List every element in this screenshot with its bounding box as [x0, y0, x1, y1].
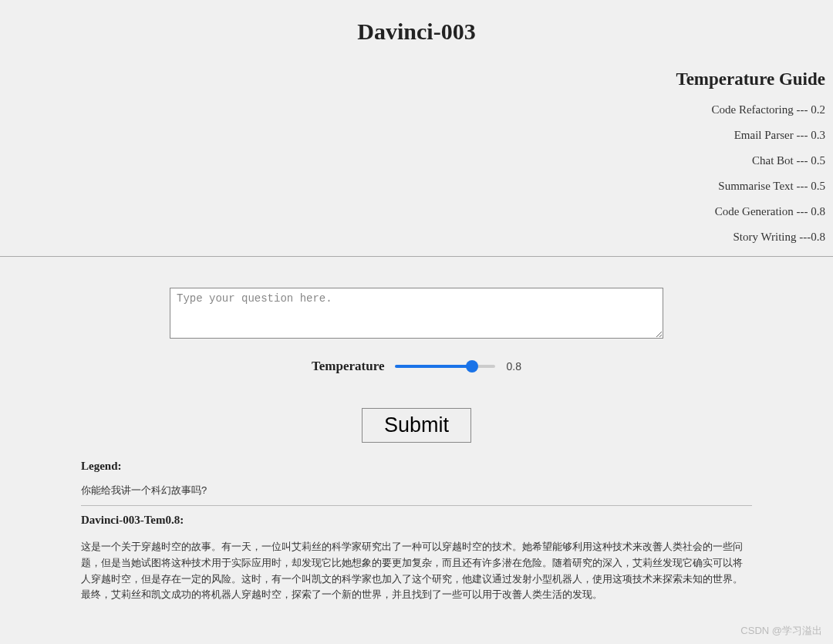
form-area: Temperature 0.8 Submit Legend: 你能给我讲一个科幻…	[0, 288, 833, 603]
response-label: Davinci-003-Tem0.8:	[81, 514, 752, 527]
temperature-guide: Temperature Guide Code Refactoring --- 0…	[0, 69, 833, 244]
guide-item: Email Parser --- 0.3	[0, 129, 825, 142]
guide-item: Code Refactoring --- 0.2	[0, 103, 825, 116]
results-section: Legend: 你能给我讲一个科幻故事吗? Davinci-003-Tem0.8…	[81, 460, 752, 603]
question-input[interactable]	[170, 288, 663, 339]
guide-item: Chat Bot --- 0.5	[0, 154, 825, 167]
page-title: Davinci-003	[0, 0, 833, 45]
guide-item: Story Writing ---0.8	[0, 231, 825, 244]
section-divider	[0, 256, 833, 257]
temperature-row: Temperature 0.8	[0, 359, 833, 374]
response-body: 这是一个关于穿越时空的故事。有一天，一位叫艾莉丝的科学家研究出了一种可以穿越时空…	[81, 539, 752, 603]
guide-title: Temperature Guide	[0, 69, 825, 89]
legend-label: Legend:	[81, 460, 752, 473]
watermark: CSDN @学习溢出	[740, 624, 822, 638]
temperature-value: 0.8	[506, 360, 521, 373]
submit-button[interactable]: Submit	[362, 408, 471, 443]
legend-divider	[81, 505, 752, 506]
guide-item: Summarise Text --- 0.5	[0, 180, 825, 193]
temperature-label: Temperature	[312, 359, 384, 374]
legend-question: 你能给我讲一个科幻故事吗?	[81, 484, 752, 497]
temperature-slider[interactable]	[395, 365, 495, 368]
guide-item: Code Generation --- 0.8	[0, 205, 825, 218]
